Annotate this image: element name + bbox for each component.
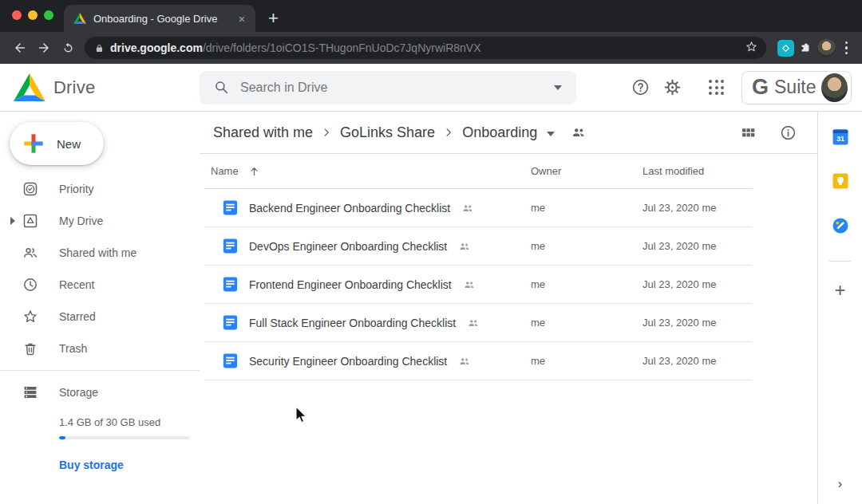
account-avatar[interactable] [821,73,848,102]
search-options-caret-icon[interactable] [554,85,562,90]
column-header-name[interactable]: Name [204,165,531,177]
sidebar-nav: Priority My Drive Shared [0,173,200,364]
storage-label: Storage [59,386,98,399]
info-icon[interactable] [780,124,797,141]
url-bar[interactable]: drive.google.com /drive/folders/1oiCO1S-… [85,37,766,59]
sidebar-item-label: Shared with me [59,246,136,259]
sidebar-item-storage[interactable]: Storage [22,381,200,404]
priority-check-icon [22,181,38,197]
maximize-window-button[interactable] [44,10,53,20]
column-header-modified[interactable]: Last modified [643,165,753,177]
clock-icon [22,277,38,293]
help-icon[interactable] [624,72,656,104]
shared-people-icon [461,202,474,215]
search-input[interactable] [240,81,543,95]
expand-caret-icon[interactable] [10,217,15,225]
drive-header: Drive [0,64,862,112]
storage-progress-fill [59,436,65,439]
breadcrumb-onboarding[interactable]: Onboarding [461,124,539,141]
storage-usage-text: 1.4 GB of 30 GB used [59,416,200,428]
browser-tab[interactable]: Onboarding - Google Drive × [64,5,255,32]
sidebar-item-label: Recent [59,278,94,291]
breadcrumb-shared-with-me[interactable]: Shared with me [212,124,314,141]
file-modified: Jul 23, 2020 me [643,355,753,367]
golinks-extension-icon[interactable] [777,40,794,57]
lock-icon [94,42,105,54]
file-owner: me [531,240,643,252]
sidebar-item-label: Starred [59,310,96,323]
header-actions: G Suite [624,71,862,104]
search-icon [214,80,229,95]
shared-people-icon [458,240,471,253]
google-docs-icon [221,237,239,255]
sidebar-item-starred[interactable]: Starred [0,301,200,333]
file-name: Backend Engineer Onboarding Checklist [249,202,450,215]
sidebar-item-trash[interactable]: Trash [0,333,200,364]
keep-icon[interactable] [832,173,848,189]
sidebar-item-my-drive[interactable]: My Drive [0,205,200,237]
sidebar-item-priority[interactable]: Priority [0,173,200,205]
star-icon [22,309,38,325]
my-drive-icon [22,213,38,229]
google-docs-icon [221,313,239,332]
folder-menu-caret-icon[interactable] [547,132,555,136]
calendar-icon[interactable]: 31 [832,129,848,145]
buy-storage-link[interactable]: Buy storage [59,459,124,471]
table-row[interactable]: Backend Engineer Onboarding Checklist me… [204,189,753,227]
forward-button[interactable] [32,36,56,60]
search-bar[interactable] [200,71,576,104]
tab-title: Onboarding - Google Drive [93,13,235,25]
close-window-button[interactable] [12,10,22,20]
google-docs-icon [221,199,239,217]
google-apps-grid-icon[interactable] [709,80,724,95]
gsuite-label: Suite [774,77,816,98]
new-button[interactable]: New [10,122,104,165]
settings-gear-icon[interactable] [656,72,688,104]
sidebar-item-recent[interactable]: Recent [0,269,200,301]
gsuite-g-logo: G [752,75,769,100]
tab-strip: Onboarding - Google Drive × + [0,0,862,32]
storage-icon [22,384,38,400]
side-panel-divider [829,261,852,262]
browser-toolbar: drive.google.com /drive/folders/1oiCO1S-… [0,32,862,64]
people-icon [22,245,38,261]
table-row[interactable]: Full Stack Engineer Onboarding Checklist… [204,304,753,342]
new-button-label: New [57,137,81,151]
get-addons-plus-icon[interactable]: + [834,282,845,298]
extensions-puzzle-icon[interactable] [799,41,813,55]
sidebar: New Priority My Dr [0,112,200,504]
minimize-window-button[interactable] [28,10,38,20]
reload-button[interactable] [56,36,80,60]
table-row[interactable]: Security Engineer Onboarding Checklist m… [204,342,753,380]
table-row[interactable]: DevOps Engineer Onboarding Checklist me … [204,227,753,266]
chevron-right-icon [441,125,456,140]
browser-window: Onboarding - Google Drive × + drive.goog… [0,0,862,504]
shared-people-icon [463,278,476,291]
file-name: DevOps Engineer Onboarding Checklist [249,240,447,253]
tasks-icon[interactable] [832,218,848,234]
file-name: Full Stack Engineer Onboarding Checklist [249,317,456,329]
close-tab-button[interactable]: × [235,12,249,26]
sidebar-item-label: Priority [59,183,94,195]
browser-profile-avatar[interactable] [817,39,836,57]
drive-triangle-icon [14,73,45,101]
grid-view-icon[interactable] [740,124,757,141]
drive-logo[interactable]: Drive [0,73,200,101]
gsuite-account-chip[interactable]: G Suite [741,71,852,104]
shared-people-icon [458,355,471,368]
breadcrumb-golinks-share[interactable]: GoLinks Share [338,124,437,141]
shared-folder-people-icon [571,124,587,140]
browser-menu-icon[interactable] [845,41,848,55]
side-panel: 31 + › [817,112,862,504]
column-header-owner[interactable]: Owner [531,165,643,177]
bookmark-star-icon[interactable] [745,40,758,57]
sidebar-item-shared-with-me[interactable]: Shared with me [0,237,200,269]
sort-ascending-arrow-icon[interactable] [248,165,260,177]
url-host: drive.google.com [110,41,203,54]
table-row[interactable]: Frontend Engineer Onboarding Checklist m… [204,266,753,304]
file-modified: Jul 23, 2020 me [643,317,753,329]
back-button[interactable] [8,36,32,60]
collapse-chevron-icon[interactable]: › [838,477,842,491]
new-tab-button[interactable]: + [268,10,279,27]
page-body: New Priority My Dr [0,112,862,504]
